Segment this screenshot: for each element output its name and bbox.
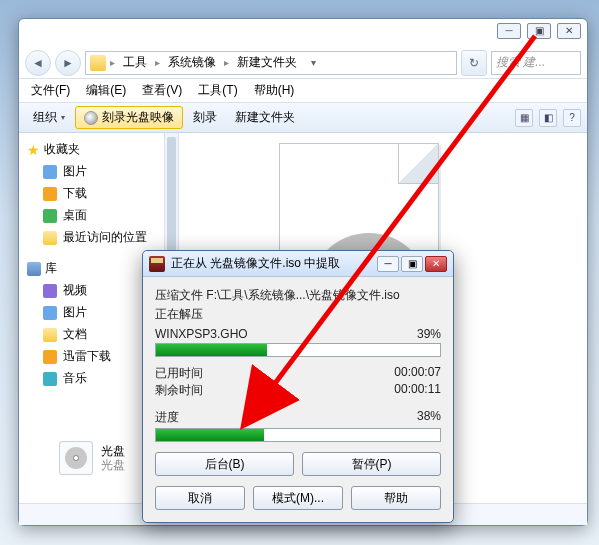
help-icon[interactable]: ? xyxy=(563,109,581,127)
menu-file[interactable]: 文件(F) xyxy=(23,82,78,99)
library-icon xyxy=(43,372,57,386)
view-options-icon[interactable]: ▦ xyxy=(515,109,533,127)
file-progress-bar xyxy=(155,343,441,357)
sidebar-item-label: 桌面 xyxy=(63,207,87,224)
extracting-label: 正在解压 xyxy=(155,306,441,323)
breadcrumb-item[interactable]: 系统镜像 xyxy=(164,54,220,71)
sidebar-item[interactable]: 桌面 xyxy=(23,205,174,226)
folder-icon xyxy=(43,209,57,223)
folder-icon xyxy=(43,165,57,179)
nav-row: ◄ ► ▸ 工具 ▸ 系统镜像 ▸ 新建文件夹 ▾ ↻ 搜索 建... xyxy=(19,47,587,79)
breadcrumb-item[interactable]: 新建文件夹 xyxy=(233,54,301,71)
sidebar-item-label: 视频 xyxy=(63,282,87,299)
iso-icon xyxy=(59,441,93,475)
total-progress-bar xyxy=(155,428,441,442)
help-button[interactable]: 帮助 xyxy=(351,486,441,510)
remain-label: 剩余时间 xyxy=(155,382,203,399)
pause-button[interactable]: 暂停(P) xyxy=(302,452,441,476)
sidebar-item-label: 文档 xyxy=(63,326,87,343)
library-icon xyxy=(43,306,57,320)
menu-edit[interactable]: 编辑(E) xyxy=(78,82,134,99)
menubar: 文件(F) 编辑(E) 查看(V) 工具(T) 帮助(H) xyxy=(19,79,587,103)
mode-button[interactable]: 模式(M)... xyxy=(253,486,343,510)
sidebar-item[interactable]: 最近访问的位置 xyxy=(23,227,174,248)
progress-percent: 38% xyxy=(417,409,441,426)
archive-path: 压缩文件 F:\工具\系统镜像...\光盘镜像文件.iso xyxy=(155,287,441,304)
library-icon xyxy=(43,350,57,364)
dialog-title: 正在从 光盘镜像文件.iso 中提取 xyxy=(171,255,340,272)
toolbar: 组织▾ 刻录光盘映像 刻录 新建文件夹 ▦ ◧ ? xyxy=(19,103,587,133)
disc-icon xyxy=(84,111,98,125)
winrar-icon xyxy=(149,256,165,272)
breadcrumb-dropdown[interactable]: ▾ xyxy=(305,57,321,68)
burn-button[interactable]: 刻录 xyxy=(185,107,225,128)
star-icon: ★ xyxy=(27,142,40,158)
elapsed-value: 00:00:07 xyxy=(394,365,441,382)
new-folder-button[interactable]: 新建文件夹 xyxy=(227,107,303,128)
dialog-minimize[interactable]: ─ xyxy=(377,256,399,272)
iso-type: 光盘 xyxy=(101,458,125,472)
library-icon xyxy=(43,328,57,342)
sidebar-item-label: 最近访问的位置 xyxy=(63,229,147,246)
refresh-button[interactable]: ↻ xyxy=(461,50,487,76)
current-file: WINXPSP3.GHO xyxy=(155,327,248,341)
elapsed-label: 已用时间 xyxy=(155,365,203,382)
iso-file-item[interactable]: 光盘 光盘 xyxy=(59,441,125,475)
burn-image-button[interactable]: 刻录光盘映像 xyxy=(75,106,183,129)
dialog-close[interactable]: ✕ xyxy=(425,256,447,272)
sidebar-item-label: 图片 xyxy=(63,163,87,180)
dialog-titlebar[interactable]: 正在从 光盘镜像文件.iso 中提取 ─ ▣ ✕ xyxy=(143,251,453,277)
iso-name: 光盘 xyxy=(101,444,125,458)
nav-back-button[interactable]: ◄ xyxy=(25,50,51,76)
extract-dialog: 正在从 光盘镜像文件.iso 中提取 ─ ▣ ✕ 压缩文件 F:\工具\系统镜像… xyxy=(142,250,454,523)
sidebar-item-label: 图片 xyxy=(63,304,87,321)
window-maximize[interactable]: ▣ xyxy=(527,23,551,39)
preview-pane-icon[interactable]: ◧ xyxy=(539,109,557,127)
folder-icon xyxy=(43,187,57,201)
file-percent: 39% xyxy=(417,327,441,341)
favorites-header[interactable]: ★收藏夹 xyxy=(23,139,174,160)
sidebar-item[interactable]: 图片 xyxy=(23,161,174,182)
folder-icon xyxy=(90,55,106,71)
breadcrumb-item[interactable]: 工具 xyxy=(119,54,151,71)
window-minimize[interactable]: ─ xyxy=(497,23,521,39)
menu-help[interactable]: 帮助(H) xyxy=(246,82,303,99)
organize-button[interactable]: 组织▾ xyxy=(25,107,73,128)
sidebar-item-label: 音乐 xyxy=(63,370,87,387)
background-button[interactable]: 后台(B) xyxy=(155,452,294,476)
folder-icon xyxy=(43,231,57,245)
sidebar-item-label: 下载 xyxy=(63,185,87,202)
menu-tools[interactable]: 工具(T) xyxy=(190,82,245,99)
sidebar-item-label: 迅雷下载 xyxy=(63,348,111,365)
dialog-maximize[interactable]: ▣ xyxy=(401,256,423,272)
menu-view[interactable]: 查看(V) xyxy=(134,82,190,99)
search-input[interactable]: 搜索 建... xyxy=(491,51,581,75)
window-close[interactable]: ✕ xyxy=(557,23,581,39)
cancel-button[interactable]: 取消 xyxy=(155,486,245,510)
sidebar-item[interactable]: 下载 xyxy=(23,183,174,204)
library-icon xyxy=(27,262,41,276)
breadcrumb[interactable]: ▸ 工具 ▸ 系统镜像 ▸ 新建文件夹 ▾ xyxy=(85,51,457,75)
titlebar: ─ ▣ ✕ xyxy=(19,19,587,47)
nav-forward-button[interactable]: ► xyxy=(55,50,81,76)
remain-value: 00:00:11 xyxy=(394,382,441,399)
progress-label: 进度 xyxy=(155,409,179,426)
library-icon xyxy=(43,284,57,298)
